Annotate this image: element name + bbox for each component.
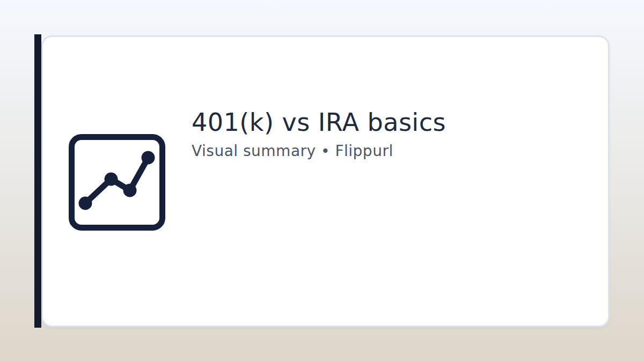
- icon-chart-point: [105, 173, 118, 186]
- icon-chart-point: [123, 184, 137, 197]
- trending-up-line-chart-icon: [69, 134, 165, 231]
- page-title: 401(k) vs IRA basics: [192, 108, 446, 137]
- page-subtitle: Visual summary • Flippurl: [192, 142, 446, 160]
- summary-card: 401(k) vs IRA basics Visual summary • Fl…: [41, 35, 610, 327]
- card-text-block: 401(k) vs IRA basics Visual summary • Fl…: [192, 108, 446, 160]
- page-background: 401(k) vs IRA basics Visual summary • Fl…: [0, 0, 644, 362]
- icon-chart-point: [142, 151, 155, 165]
- icon-chart-point: [79, 197, 92, 210]
- accent-bar: [34, 34, 41, 328]
